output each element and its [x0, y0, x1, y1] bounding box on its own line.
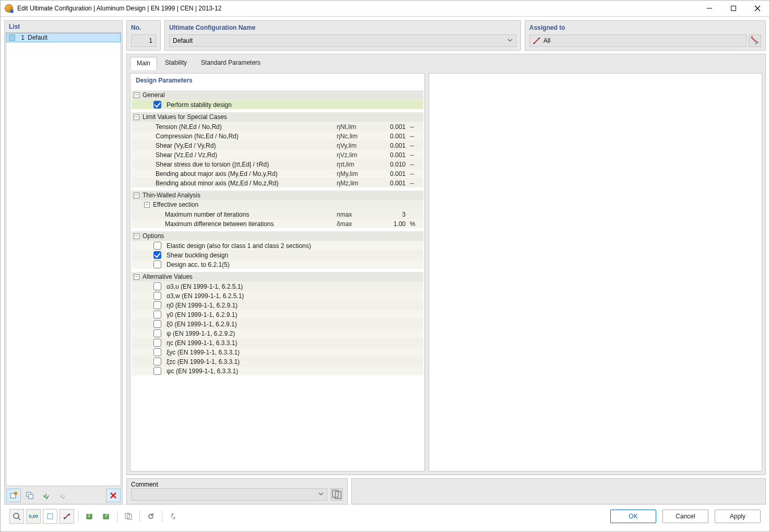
limit-value[interactable]: 0.001 [376, 151, 408, 159]
view-button[interactable] [43, 509, 57, 524]
checkbox-alt[interactable] [153, 358, 161, 365]
collapse-icon[interactable]: − [134, 193, 139, 198]
pick-members-button[interactable] [749, 34, 761, 47]
thin-value[interactable]: 1.00 [376, 220, 408, 228]
limit-row[interactable]: Shear stress due to torsion (|τt,Ed| / τ… [132, 159, 423, 169]
no-box: No. [126, 20, 161, 51]
reset-button[interactable] [144, 509, 158, 524]
tab-standard-parameters[interactable]: Standard Parameters [195, 57, 267, 70]
limit-value[interactable]: 0.001 [376, 180, 408, 187]
collapse-icon[interactable]: − [134, 233, 139, 239]
collapse-icon[interactable]: − [134, 274, 139, 280]
checkbox-6215[interactable] [153, 261, 161, 268]
export-button[interactable] [99, 509, 113, 524]
group-limits-header[interactable]: − Limit Values for Special Cases [132, 112, 423, 122]
alt-row[interactable]: α3,w (EN 1999-1-1, 6.2.5.1) [132, 291, 423, 300]
limit-row[interactable]: Shear (Vy,Ed / Vy,Rd)ηVy,lim0.001-- [132, 140, 423, 150]
checkbox-alt[interactable] [153, 320, 161, 328]
limit-value[interactable]: 0.001 [376, 123, 408, 131]
name-label: Ultimate Configuration Name [169, 23, 516, 34]
alt-row[interactable]: ηc (EN 1999-1-1, 6.3.3.1) [132, 338, 423, 347]
alt-row[interactable]: α3,u (EN 1999-1-1, 6.2.5.1) [132, 281, 423, 291]
alt-row[interactable]: ψc (EN 1999-1-1, 6.3.3.1) [132, 366, 423, 375]
group-options-header[interactable]: − Options [132, 231, 423, 241]
limit-unit: -- [408, 180, 423, 187]
comment-edit-button[interactable] [330, 488, 343, 501]
comment-select[interactable] [131, 488, 327, 501]
alt-row[interactable]: ξyc (EN 1999-1-1, 6.3.3.1) [132, 347, 423, 357]
checkbox-alt[interactable] [153, 329, 161, 337]
ok-button[interactable]: OK [610, 510, 656, 523]
maximize-button[interactable] [721, 1, 745, 16]
subgroup-effective-section[interactable]: − Effective section [132, 200, 423, 209]
row-elastic-design[interactable]: Elastic design (also for class 1 and cla… [132, 241, 423, 250]
checkbox-alt[interactable] [153, 348, 161, 356]
config-list[interactable]: 1 Default [6, 32, 121, 486]
checkbox-alt[interactable] [153, 282, 161, 290]
limit-row[interactable]: Compression (Nc,Ed / No,Rd)ηNc,lim0.001-… [132, 131, 423, 140]
collapse-icon[interactable]: − [134, 92, 139, 98]
limit-value[interactable]: 0.001 [376, 133, 408, 140]
checkbox-alt[interactable] [153, 301, 161, 309]
checkbox-alt[interactable] [153, 311, 161, 318]
uncheck-button[interactable] [55, 489, 69, 502]
chevron-down-icon [318, 491, 324, 498]
checkbox-elastic[interactable] [153, 242, 161, 250]
cancel-button[interactable]: Cancel [662, 510, 708, 523]
row-design-6-2-1-5[interactable]: Design acc. to 6.2.1(5) [132, 259, 423, 269]
members-button[interactable] [60, 509, 74, 524]
limit-label: Bending about minor axis (Mz,Ed / Mo,z,R… [153, 180, 337, 187]
group-alt-header[interactable]: − Alternative Values [132, 272, 423, 281]
name-box: Ultimate Configuration Name Default [164, 20, 521, 51]
alt-row[interactable]: η0 (EN 1999-1-1, 6.2.9.1) [132, 300, 423, 310]
name-select[interactable]: Default [169, 34, 516, 47]
limit-row[interactable]: Tension (Nt,Ed / No,Rd)ηNt,lim0.001-- [132, 122, 423, 131]
row-shear-buckling[interactable]: Shear buckling design [132, 250, 423, 259]
checkbox-alt[interactable] [153, 367, 161, 375]
new-item-button[interactable] [6, 489, 21, 502]
tab-main[interactable]: Main [130, 57, 157, 70]
thin-row[interactable]: Maximum difference between iterationsδma… [132, 219, 423, 228]
limit-symbol: ηNt,lim [337, 123, 376, 131]
alt-row[interactable]: ψ (EN 1999-1-1, 6.2.9.2) [132, 328, 423, 338]
list-item[interactable]: 1 Default [6, 33, 121, 42]
group-thin-header[interactable]: − Thin-Walled Analysis [132, 191, 423, 200]
copy-settings-button[interactable] [121, 509, 136, 524]
limit-row[interactable]: Bending about minor axis (Mz,Ed / Mo,z,R… [132, 178, 423, 187]
limit-value[interactable]: 0.001 [376, 142, 408, 149]
limit-value[interactable]: 0.010 [376, 161, 408, 168]
collapse-icon[interactable]: − [134, 114, 139, 120]
close-button[interactable] [745, 1, 769, 16]
function-button[interactable]: fx [166, 509, 181, 524]
minimize-button[interactable] [697, 1, 721, 16]
checkbox-shear-buckling[interactable] [153, 251, 161, 259]
collapse-icon[interactable]: − [144, 202, 150, 208]
checkbox-alt[interactable] [153, 292, 161, 300]
apply-button[interactable]: Apply [715, 510, 761, 523]
row-perform-stability[interactable]: Perform stability design [132, 100, 423, 109]
alt-row[interactable]: γ0 (EN 1999-1-1, 6.2.9.1) [132, 310, 423, 319]
help-button[interactable] [9, 509, 24, 524]
thin-row[interactable]: Maximum number of iterationsnmax3 [132, 209, 423, 219]
check-button[interactable] [39, 489, 53, 502]
parameters-panel: Design Parameters − General [130, 73, 425, 471]
no-input[interactable] [131, 34, 156, 47]
limit-row[interactable]: Shear (Vz,Ed / Vz,Rd)ηVz,lim0.001-- [132, 150, 423, 159]
alt-row[interactable]: ξzc (EN 1999-1-1, 6.3.3.1) [132, 357, 423, 366]
tab-stability[interactable]: Stability [159, 57, 193, 70]
limit-value[interactable]: 0.001 [376, 170, 408, 178]
svg-point-20 [14, 513, 19, 518]
assigned-field[interactable]: All [529, 34, 747, 47]
assigned-value: All [543, 37, 550, 44]
group-general-header[interactable]: − General [132, 90, 423, 100]
import-button[interactable] [82, 509, 97, 524]
alt-row[interactable]: ξ0 (EN 1999-1-1, 6.2.9.1) [132, 319, 423, 328]
checkbox-perform-stability[interactable] [153, 101, 161, 109]
checkbox-alt[interactable] [153, 339, 161, 347]
limit-unit: -- [408, 161, 423, 168]
copy-item-button[interactable] [22, 489, 37, 502]
delete-item-button[interactable] [106, 489, 121, 502]
limit-row[interactable]: Bending about major axis (My,Ed / Mo,y,R… [132, 169, 423, 178]
thin-value[interactable]: 3 [376, 211, 408, 218]
units-button[interactable]: 0,00 [26, 509, 41, 524]
